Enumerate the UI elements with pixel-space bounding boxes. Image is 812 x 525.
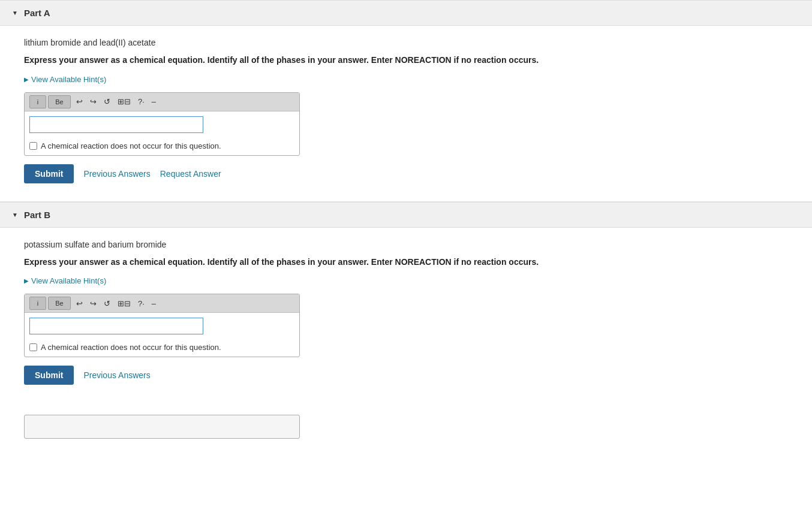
part-a-toolbar-icons: i Be (29, 95, 71, 108)
part-b-instruction: Express your answer as a chemical equati… (24, 257, 788, 268)
part-b-reset-button[interactable]: ↺ (102, 298, 112, 309)
part-b-input-area (25, 313, 299, 339)
part-a-more-button[interactable]: – (150, 96, 158, 107)
part-b-editor: i Be ↩ ↪ ↺ ⊞⊟ ?· – A chemical reaction d… (24, 294, 300, 357)
part-a-toolbar: i Be ↩ ↪ ↺ ⊞⊟ ?· – (25, 93, 299, 111)
part-a-hint-arrow-icon: ▶ (24, 76, 29, 83)
part-a-redo-button[interactable]: ↪ (88, 96, 98, 107)
part-b-toolbar: i Be ↩ ↪ ↺ ⊞⊟ ?· – (25, 294, 299, 313)
bottom-stub-box (24, 415, 300, 439)
part-a-toolbar-icon-1[interactable]: i (29, 95, 46, 108)
part-b-previous-answers-link[interactable]: Previous Answers (83, 370, 150, 380)
part-a-header[interactable]: ▼ Part A (0, 0, 812, 26)
part-b-no-reaction-label: A chemical reaction does not occur for t… (41, 343, 221, 352)
part-b-toolbar-icon-1[interactable]: i (29, 297, 46, 310)
part-a-instruction: Express your answer as a chemical equati… (24, 55, 788, 67)
part-a-hint-text: View Available Hint(s) (31, 75, 106, 84)
part-b-header[interactable]: ▼ Part B (0, 201, 812, 228)
part-b-no-reaction-row: A chemical reaction does not occur for t… (25, 339, 299, 357)
part-b-table-button[interactable]: ⊞⊟ (116, 298, 133, 309)
part-b-toolbar-icons: i Be (29, 297, 71, 310)
part-a-undo-button[interactable]: ↩ (74, 96, 85, 107)
part-b-compound: potassium sulfate and barium bromide (24, 240, 788, 249)
part-a-toolbar-icon-2[interactable]: Be (48, 95, 71, 108)
part-a-no-reaction-row: A chemical reaction does not occur for t… (25, 138, 299, 155)
part-a-help-button[interactable]: ?· (136, 96, 146, 107)
part-b-hint-text: View Available Hint(s) (31, 276, 106, 285)
part-a-hint-link[interactable]: ▶ View Available Hint(s) (24, 75, 788, 84)
part-a-request-answer-link[interactable]: Request Answer (160, 169, 221, 179)
part-b-help-button[interactable]: ?· (136, 298, 146, 309)
part-a-reset-button[interactable]: ↺ (102, 96, 112, 107)
part-a-table-button[interactable]: ⊞⊟ (116, 96, 133, 107)
part-a-submit-button[interactable]: Submit (24, 164, 74, 183)
part-b-label: Part B (24, 210, 50, 220)
part-a-content: lithium bromide and lead(II) acetate Exp… (0, 26, 812, 201)
part-a-editor: i Be ↩ ↪ ↺ ⊞⊟ ?· – A chemical reaction d… (24, 92, 300, 156)
part-a-label: Part A (24, 8, 50, 18)
part-b-no-reaction-checkbox[interactable] (29, 343, 37, 351)
part-b-hint-arrow-icon: ▶ (24, 277, 29, 284)
part-a-answer-input[interactable] (29, 116, 203, 133)
part-a-compound: lithium bromide and lead(II) acetate (24, 38, 788, 47)
part-a-no-reaction-checkbox[interactable] (29, 142, 37, 150)
part-b-more-button[interactable]: – (150, 298, 158, 309)
part-a-previous-answers-link[interactable]: Previous Answers (83, 169, 150, 179)
part-a-action-row: Submit Previous Answers Request Answer (24, 164, 788, 183)
part-b-submit-button[interactable]: Submit (24, 366, 74, 385)
bottom-area (0, 403, 812, 451)
part-b-action-row: Submit Previous Answers (24, 366, 788, 385)
part-a-no-reaction-label: A chemical reaction does not occur for t… (41, 141, 221, 150)
part-b-collapse-icon[interactable]: ▼ (12, 212, 18, 218)
part-b-undo-button[interactable]: ↩ (74, 298, 85, 309)
part-b-redo-button[interactable]: ↪ (88, 298, 98, 309)
part-b-content: potassium sulfate and barium bromide Exp… (0, 228, 812, 403)
part-b-hint-link[interactable]: ▶ View Available Hint(s) (24, 276, 788, 285)
part-a-collapse-icon[interactable]: ▼ (12, 10, 18, 16)
part-b-toolbar-icon-2[interactable]: Be (48, 297, 71, 310)
part-b-answer-input[interactable] (29, 318, 203, 334)
part-a-input-area (25, 111, 299, 138)
